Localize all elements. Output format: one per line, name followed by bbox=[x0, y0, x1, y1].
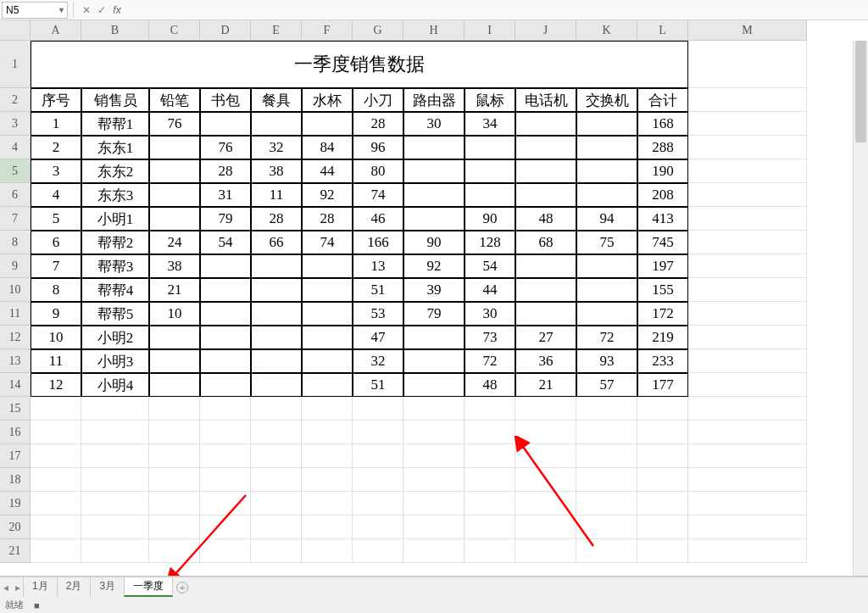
cell-B3[interactable]: 帮帮1 bbox=[81, 112, 149, 136]
cell-D16[interactable] bbox=[200, 421, 251, 444]
cell-A2[interactable]: 序号 bbox=[31, 88, 81, 112]
cell-J7[interactable]: 48 bbox=[515, 207, 576, 231]
cell-G3[interactable]: 28 bbox=[353, 112, 403, 136]
cell-D10[interactable] bbox=[200, 278, 251, 302]
cell-E17[interactable] bbox=[251, 444, 302, 468]
sheet-tab-一季度[interactable]: 一季度 bbox=[124, 577, 173, 597]
col-header-B[interactable]: B bbox=[81, 20, 149, 41]
cell-G17[interactable] bbox=[353, 444, 403, 468]
cell-D6[interactable]: 31 bbox=[200, 183, 251, 207]
row-header-20[interactable]: 20 bbox=[0, 515, 31, 539]
cell-E12[interactable] bbox=[251, 326, 302, 349]
cell-C3[interactable]: 76 bbox=[149, 112, 200, 136]
cell-L15[interactable] bbox=[637, 397, 688, 421]
row-header-1[interactable]: 1 bbox=[0, 41, 31, 88]
row-header-11[interactable]: 11 bbox=[0, 302, 31, 326]
cell-J9[interactable] bbox=[515, 254, 576, 278]
cell-B7[interactable]: 小明1 bbox=[81, 207, 149, 231]
col-header-H[interactable]: H bbox=[403, 20, 465, 41]
cell-L21[interactable] bbox=[637, 539, 688, 563]
cell-F6[interactable]: 92 bbox=[302, 183, 353, 207]
cell-M3[interactable] bbox=[688, 112, 807, 136]
cell-F17[interactable] bbox=[302, 444, 353, 468]
cell-I14[interactable]: 48 bbox=[465, 373, 515, 397]
cell-A13[interactable]: 11 bbox=[31, 349, 81, 373]
row-header-10[interactable]: 10 bbox=[0, 278, 31, 302]
name-box-dropdown-icon[interactable]: ▼ bbox=[58, 6, 65, 14]
cell-L12[interactable]: 219 bbox=[637, 326, 688, 349]
cell-D20[interactable] bbox=[200, 515, 251, 539]
cell-F13[interactable] bbox=[302, 349, 353, 373]
cell-G14[interactable]: 51 bbox=[353, 373, 403, 397]
cell-H21[interactable] bbox=[403, 539, 465, 563]
sheet-tab-1月[interactable]: 1月 bbox=[23, 577, 58, 597]
cell-I6[interactable] bbox=[465, 183, 515, 207]
cell-K15[interactable] bbox=[576, 397, 637, 421]
row-header-5[interactable]: 5 bbox=[0, 159, 31, 183]
cell-M13[interactable] bbox=[688, 349, 807, 373]
tab-nav-prev-icon[interactable]: ▸ bbox=[12, 582, 24, 593]
cell-J17[interactable] bbox=[515, 444, 576, 468]
cell-J16[interactable] bbox=[515, 421, 576, 444]
cell-F2[interactable]: 水杯 bbox=[302, 88, 353, 112]
cell-H15[interactable] bbox=[403, 397, 465, 421]
cell-I13[interactable]: 72 bbox=[465, 349, 515, 373]
cell-E19[interactable] bbox=[251, 492, 302, 515]
cell-L19[interactable] bbox=[637, 492, 688, 515]
cell-D7[interactable]: 79 bbox=[200, 207, 251, 231]
cell-K21[interactable] bbox=[576, 539, 637, 563]
cell-I10[interactable]: 44 bbox=[465, 278, 515, 302]
row-header-6[interactable]: 6 bbox=[0, 183, 31, 207]
cell-A3[interactable]: 1 bbox=[31, 112, 81, 136]
cell-I8[interactable]: 128 bbox=[465, 231, 515, 254]
cell-G8[interactable]: 166 bbox=[353, 231, 403, 254]
cell-C10[interactable]: 21 bbox=[149, 278, 200, 302]
cell-B10[interactable]: 帮帮4 bbox=[81, 278, 149, 302]
cell-E11[interactable] bbox=[251, 302, 302, 326]
cell-F15[interactable] bbox=[302, 397, 353, 421]
cell-G5[interactable]: 80 bbox=[353, 159, 403, 183]
cell-K18[interactable] bbox=[576, 468, 637, 492]
cell-M2[interactable] bbox=[688, 88, 807, 112]
cell-D3[interactable] bbox=[200, 112, 251, 136]
cell-H16[interactable] bbox=[403, 421, 465, 444]
cell-K20[interactable] bbox=[576, 515, 637, 539]
cell-I21[interactable] bbox=[465, 539, 515, 563]
col-header-J[interactable]: J bbox=[515, 20, 576, 41]
cell-H19[interactable] bbox=[403, 492, 465, 515]
col-header-C[interactable]: C bbox=[149, 20, 200, 41]
cell-M9[interactable] bbox=[688, 254, 807, 278]
cell-I17[interactable] bbox=[465, 444, 515, 468]
cell-F11[interactable] bbox=[302, 302, 353, 326]
cell-L18[interactable] bbox=[637, 468, 688, 492]
row-header-14[interactable]: 14 bbox=[0, 373, 31, 397]
cell-D5[interactable]: 28 bbox=[200, 159, 251, 183]
cell-J21[interactable] bbox=[515, 539, 576, 563]
cell-J19[interactable] bbox=[515, 492, 576, 515]
cell-H5[interactable] bbox=[403, 159, 465, 183]
cell-A20[interactable] bbox=[31, 515, 81, 539]
cell-I16[interactable] bbox=[465, 421, 515, 444]
cell-C14[interactable] bbox=[149, 373, 200, 397]
cell-L8[interactable]: 745 bbox=[637, 231, 688, 254]
col-header-G[interactable]: G bbox=[353, 20, 403, 41]
cell-A7[interactable]: 5 bbox=[31, 207, 81, 231]
cell-F10[interactable] bbox=[302, 278, 353, 302]
cell-L16[interactable] bbox=[637, 421, 688, 444]
cell-H18[interactable] bbox=[403, 468, 465, 492]
cell-I15[interactable] bbox=[465, 397, 515, 421]
cell-J10[interactable] bbox=[515, 278, 576, 302]
cell-G4[interactable]: 96 bbox=[353, 136, 403, 159]
cell-G9[interactable]: 13 bbox=[353, 254, 403, 278]
cell-I7[interactable]: 90 bbox=[465, 207, 515, 231]
cell-K3[interactable] bbox=[576, 112, 637, 136]
cell-D8[interactable]: 54 bbox=[200, 231, 251, 254]
cell-I20[interactable] bbox=[465, 515, 515, 539]
add-sheet-button[interactable]: + bbox=[173, 580, 192, 595]
cell-K13[interactable]: 93 bbox=[576, 349, 637, 373]
cell-M11[interactable] bbox=[688, 302, 807, 326]
cell-D13[interactable] bbox=[200, 349, 251, 373]
cell-M1[interactable] bbox=[688, 41, 807, 88]
cell-M21[interactable] bbox=[688, 539, 807, 563]
cell-M15[interactable] bbox=[688, 397, 807, 421]
